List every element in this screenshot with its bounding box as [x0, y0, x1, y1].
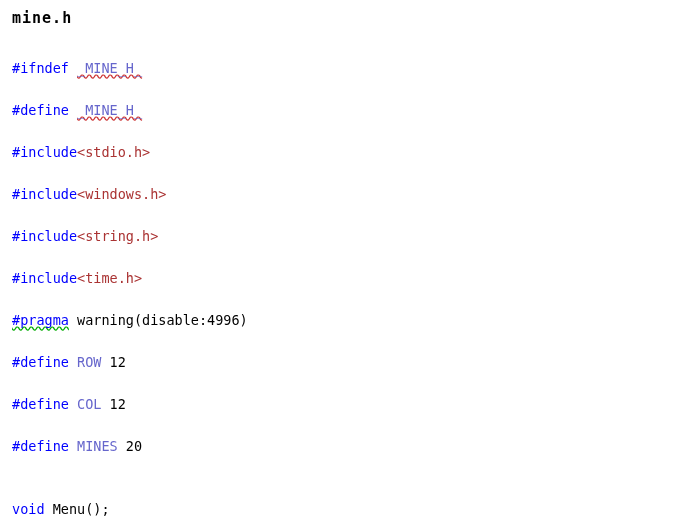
space [69, 438, 77, 454]
include-file: <windows.h> [77, 186, 166, 202]
code-line: #include<string.h> [12, 226, 669, 247]
include-file: <string.h> [77, 228, 158, 244]
code-line: #include<stdio.h> [12, 142, 669, 163]
directive: #include [12, 186, 77, 202]
directive: #define [12, 102, 69, 118]
macro-value: 12 [101, 396, 125, 412]
space [69, 396, 77, 412]
code-line: void Menu(); [12, 499, 669, 520]
code-line: #include<windows.h> [12, 184, 669, 205]
directive: #ifndef [12, 60, 69, 76]
code-line: #define _MINE_H_ [12, 100, 669, 121]
directive: #define [12, 438, 69, 454]
pragma-arg: warning(disable:4996) [69, 312, 248, 328]
code-line: #ifndef _MINE_H_ [12, 58, 669, 79]
space [69, 60, 77, 76]
keyword: void [12, 501, 45, 517]
macro-value: 20 [118, 438, 142, 454]
pragma: #pragma [12, 312, 69, 328]
directive: #define [12, 354, 69, 370]
code-line: #define MINES 20 [12, 436, 669, 457]
func-name: Menu [53, 501, 86, 517]
code-block: #ifndef _MINE_H_ #define _MINE_H_ #inclu… [12, 37, 669, 523]
macro-define: ROW [77, 354, 101, 370]
macro-value: 12 [101, 354, 125, 370]
directive: #include [12, 144, 77, 160]
code-line: #pragma warning(disable:4996) [12, 310, 669, 331]
macro-define: COL [77, 396, 101, 412]
directive: #include [12, 228, 77, 244]
directive: #include [12, 270, 77, 286]
directive: #define [12, 396, 69, 412]
include-file: <time.h> [77, 270, 142, 286]
code-line: #include<time.h> [12, 268, 669, 289]
space [69, 102, 77, 118]
code-line: #define COL 12 [12, 394, 669, 415]
file-title: mine.h [12, 8, 669, 29]
macro-name: _MINE_H_ [77, 102, 142, 118]
space [69, 354, 77, 370]
macro-define: MINES [77, 438, 118, 454]
space [45, 501, 53, 517]
punct: (); [85, 501, 109, 517]
include-file: <stdio.h> [77, 144, 150, 160]
code-line: #define ROW 12 [12, 352, 669, 373]
macro-name: _MINE_H_ [77, 60, 142, 76]
